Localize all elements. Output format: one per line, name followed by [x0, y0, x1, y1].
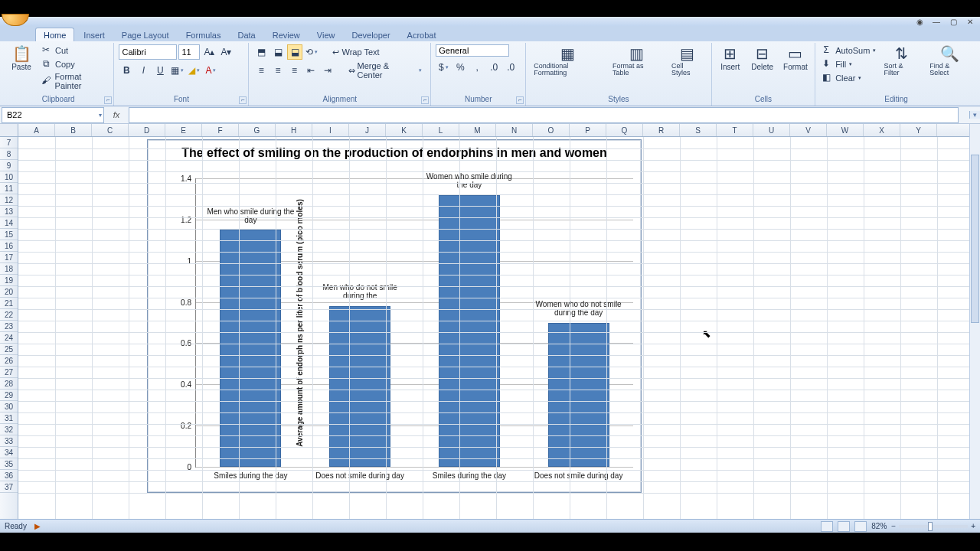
data-label[interactable]: Women who do not smile during the day [533, 300, 625, 317]
accounting-button[interactable]: $▾ [436, 60, 451, 75]
bold-button[interactable]: B [119, 63, 134, 78]
wrap-text-button[interactable]: ↩Wrap Text [328, 44, 383, 60]
sort-filter-button[interactable]: ⇅Sort & Filter [880, 44, 922, 78]
row-header-7[interactable]: 7 [0, 137, 18, 148]
row-header-25[interactable]: 25 [0, 344, 18, 355]
chart-bar[interactable] [220, 230, 281, 467]
column-header-B[interactable]: B [55, 124, 92, 136]
row-header-32[interactable]: 32 [0, 424, 18, 435]
find-select-button[interactable]: 🔍Find & Select [926, 44, 972, 78]
row-header-18[interactable]: 18 [0, 263, 18, 275]
underline-button[interactable]: U [152, 63, 168, 78]
format-as-table-button[interactable]: ▥Format as Table [609, 44, 664, 78]
row-header-22[interactable]: 22 [0, 309, 18, 321]
office-button[interactable] [2, 14, 29, 26]
tab-acrobat[interactable]: Acrobat [400, 28, 444, 41]
row-header-17[interactable]: 17 [0, 252, 18, 263]
column-header-E[interactable]: E [165, 124, 202, 136]
macro-record-icon[interactable]: ▶ [34, 522, 41, 530]
row-header-8[interactable]: 8 [0, 148, 18, 160]
row-header-20[interactable]: 20 [0, 286, 18, 298]
row-header-12[interactable]: 12 [0, 194, 18, 206]
row-header-29[interactable]: 29 [0, 390, 18, 401]
clear-button[interactable]: ◧Clear▾ [820, 72, 876, 84]
column-header-C[interactable]: C [92, 124, 129, 136]
row-header-21[interactable]: 21 [0, 298, 18, 309]
align-center-button[interactable]: ≡ [270, 63, 286, 78]
tab-review[interactable]: Review [265, 28, 308, 41]
conditional-formatting-button[interactable]: ▦Conditional Formatting [531, 44, 605, 78]
comma-button[interactable]: , [469, 60, 485, 75]
paste-button[interactable]: 📋 Paste [8, 44, 35, 73]
column-header-H[interactable]: H [276, 124, 312, 136]
column-header-M[interactable]: M [459, 124, 496, 136]
zoom-slider-thumb[interactable] [928, 522, 933, 531]
help-icon[interactable]: ◉ [914, 18, 925, 26]
align-top-button[interactable]: ⬒ [253, 44, 269, 60]
insert-cells-button[interactable]: ⊞Insert [717, 44, 744, 73]
minimize-icon[interactable]: — [931, 18, 942, 26]
row-header-10[interactable]: 10 [0, 171, 18, 183]
format-painter-button[interactable]: 🖌Format Painter [40, 72, 109, 90]
tab-page-layout[interactable]: Page Layout [114, 28, 177, 41]
row-header-34[interactable]: 34 [0, 447, 18, 458]
select-all-corner[interactable] [0, 124, 18, 136]
cells-area[interactable]: The effect of smiling on the production … [18, 137, 969, 520]
row-header-24[interactable]: 24 [0, 332, 18, 344]
vertical-scrollbar[interactable] [969, 124, 980, 520]
font-name-input[interactable] [119, 44, 177, 60]
v-scroll-thumb[interactable] [971, 155, 979, 323]
chart-bar[interactable] [329, 306, 390, 467]
tab-formulas[interactable]: Formulas [178, 28, 229, 41]
align-right-button[interactable]: ≡ [287, 63, 302, 78]
row-header-14[interactable]: 14 [0, 217, 18, 229]
tab-data[interactable]: Data [230, 28, 263, 41]
row-header-11[interactable]: 11 [0, 183, 18, 194]
column-header-I[interactable]: I [312, 124, 349, 136]
column-header-Y[interactable]: Y [900, 124, 937, 136]
column-header-W[interactable]: W [827, 124, 864, 136]
zoom-level[interactable]: 82% [871, 522, 887, 530]
align-middle-button[interactable]: ⬓ [270, 44, 286, 60]
column-header-V[interactable]: V [790, 124, 827, 136]
fx-button[interactable]: fx [104, 110, 129, 119]
merge-center-button[interactable]: ⇔Merge & Center▾ [345, 63, 426, 78]
row-header-31[interactable]: 31 [0, 412, 18, 424]
copy-button[interactable]: ⧉Copy [40, 58, 109, 70]
orientation-button[interactable]: ⟲▾ [304, 44, 319, 60]
column-header-F[interactable]: F [202, 124, 239, 136]
page-layout-view-button[interactable] [838, 521, 850, 532]
column-header-Q[interactable]: Q [606, 124, 643, 136]
font-color-button[interactable]: A▾ [203, 63, 218, 78]
row-header-9[interactable]: 9 [0, 160, 18, 171]
column-header-N[interactable]: N [496, 124, 533, 136]
cell-styles-button[interactable]: ▤Cell Styles [668, 44, 707, 78]
increase-font-button[interactable]: A▴ [201, 44, 217, 60]
column-header-S[interactable]: S [680, 124, 717, 136]
row-header-13[interactable]: 13 [0, 206, 18, 217]
column-header-O[interactable]: O [533, 124, 570, 136]
data-label[interactable]: Men who smile during the day [204, 207, 296, 224]
row-header-19[interactable]: 19 [0, 275, 18, 286]
format-cells-button[interactable]: ▭Format [781, 44, 810, 73]
normal-view-button[interactable] [821, 521, 833, 532]
row-header-16[interactable]: 16 [0, 240, 18, 252]
fill-color-button[interactable]: ◢▾ [186, 63, 201, 78]
column-header-R[interactable]: R [643, 124, 680, 136]
column-header-D[interactable]: D [129, 124, 165, 136]
row-header-26[interactable]: 26 [0, 355, 18, 367]
data-label[interactable]: Women who smile during the day [423, 172, 515, 189]
chart-object[interactable]: The effect of smiling on the production … [147, 139, 642, 493]
font-launcher[interactable]: ⌐ [239, 96, 247, 104]
increase-indent-button[interactable]: ⇥ [320, 63, 335, 78]
zoom-slider-track[interactable] [899, 525, 968, 528]
percent-button[interactable]: % [452, 60, 468, 75]
align-left-button[interactable]: ≡ [253, 63, 269, 78]
align-bottom-button[interactable]: ⬓ [287, 44, 302, 60]
number-launcher[interactable]: ⌐ [516, 96, 524, 104]
decrease-font-button[interactable]: A▾ [218, 44, 234, 60]
tab-view[interactable]: View [309, 28, 343, 41]
zoom-in-button[interactable]: + [971, 522, 975, 530]
italic-button[interactable]: I [136, 63, 151, 78]
formula-bar[interactable] [129, 107, 959, 123]
